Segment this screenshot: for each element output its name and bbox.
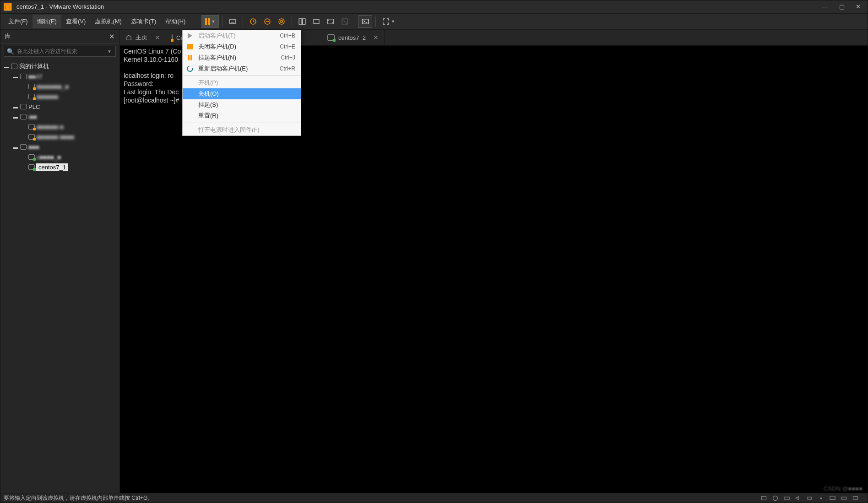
terminal-line: Kernel 3.10.0-1160	[124, 56, 178, 63]
svg-rect-7	[314, 20, 319, 24]
pause-icon	[205, 18, 210, 25]
usb-icon[interactable]	[818, 495, 825, 502]
vm-icon	[28, 134, 35, 140]
menu-tabs[interactable]: 选项卡(T)	[126, 15, 161, 28]
toolbar-separator	[355, 16, 355, 27]
toolbar: ▼	[201, 15, 397, 28]
vm-icon	[28, 94, 35, 99]
close-button[interactable]: ✕	[856, 3, 861, 10]
tree-root-label: 我的计算机	[19, 62, 49, 70]
tree-vm[interactable]: ■■■■■■ ■	[0, 122, 119, 132]
display-icon[interactable]	[829, 495, 836, 502]
tab-vm2[interactable]: centos7_2 ✕	[322, 30, 385, 45]
terminal-line: Password:	[124, 80, 153, 87]
tree-vm[interactable]: ■■■■■■ ■■■■	[0, 132, 119, 142]
collapse-icon[interactable]: ▬	[13, 145, 18, 150]
terminal-line: localhost login: ro	[124, 72, 174, 79]
menu-start-guest[interactable]: 启动客户机(T) Ctrl+B	[183, 30, 301, 41]
send-keys-button[interactable]	[226, 15, 239, 28]
tab-label: centos7_2	[338, 34, 366, 41]
menu-vm[interactable]: 虚拟机(M)	[90, 15, 126, 28]
show-console-button[interactable]	[295, 15, 309, 28]
tree-vm-label: ■■■■■■■_■	[37, 83, 69, 90]
svg-rect-10	[363, 19, 369, 24]
menu-reset[interactable]: 重置(R)	[183, 110, 301, 121]
disk-icon[interactable]	[760, 495, 767, 502]
svg-rect-18	[853, 497, 858, 499]
tree-vm[interactable]: ■■■■■■■_■	[0, 81, 119, 92]
tab-vm1[interactable]: Ce	[166, 30, 184, 45]
menu-view[interactable]: 查看(V)	[61, 15, 90, 28]
menu-suspend[interactable]: 挂起(S)	[183, 99, 301, 110]
snapshot-button[interactable]	[246, 15, 260, 28]
stop-icon	[186, 43, 194, 50]
menu-power-on[interactable]: 开机(P)	[183, 77, 301, 88]
message-icon[interactable]	[852, 495, 859, 502]
main-area: 库 ✕ 🔍 ▼ ▬ 我的计算机 ▬ ■■AT ■■	[0, 30, 868, 493]
terminal-line: CentOS Linux 7 (Co	[124, 48, 181, 55]
watermark: CSDN @■■■■	[824, 485, 863, 492]
tree-folder[interactable]: ▬ i■■	[0, 112, 119, 122]
tab-close-button[interactable]: ✕	[373, 34, 379, 41]
network-icon[interactable]	[783, 495, 790, 502]
tab-close-button[interactable]: ✕	[155, 34, 160, 41]
collapse-icon[interactable]: ▬	[13, 114, 18, 119]
toolbar-separator	[222, 16, 222, 27]
collapse-icon[interactable]: ▬	[13, 104, 18, 109]
play-icon	[186, 32, 194, 39]
chevron-down-icon: ▼	[211, 19, 215, 24]
menu-edit[interactable]: 编辑(E)	[33, 15, 61, 28]
folder-icon	[20, 114, 27, 119]
tree-vm-selected[interactable]: centos7_1	[0, 162, 119, 172]
tree-folder-label: ■■AT	[28, 73, 43, 80]
menu-suspend-guest[interactable]: 挂起客户机(N) Ctrl+J	[183, 52, 301, 63]
menu-close-guest[interactable]: 关闭客户机(D) Ctrl+E	[183, 41, 301, 52]
terminal-line: Last login: Thu Dec	[124, 88, 179, 96]
menu-power-off[interactable]: 关机(O)	[183, 88, 301, 99]
snapshot-manager-button[interactable]	[275, 15, 288, 28]
tree-folder[interactable]: ▬ PLC	[0, 102, 119, 112]
vm-icon	[28, 84, 35, 89]
menubar: 文件(F) 编辑(E) 查看(V) 虚拟机(M) 选项卡(T) 帮助(H) ▼	[0, 14, 868, 30]
vm-icon	[172, 34, 173, 41]
sidebar-search-box[interactable]: 🔍 ▼	[4, 46, 116, 57]
menu-restart-guest[interactable]: 重新启动客户机(E) Ctrl+R	[183, 63, 301, 74]
tree-folder[interactable]: ▬ ■■■	[0, 142, 119, 152]
terminal-line: [root@localhost ~]#	[124, 97, 179, 104]
open-console-button[interactable]	[358, 15, 372, 28]
chevron-down-icon[interactable]: ▼	[105, 46, 114, 56]
unity-button[interactable]	[338, 15, 352, 28]
tree-vm[interactable]: ■■■■■■	[0, 92, 119, 102]
memory-icon[interactable]	[841, 495, 847, 502]
svg-point-4	[281, 21, 283, 23]
collapse-icon[interactable]: ▬	[4, 64, 9, 69]
tree-folder-label: ■■■	[28, 144, 39, 151]
cd-icon[interactable]	[772, 495, 779, 502]
tree-vm-label: centos7_1	[37, 164, 68, 171]
svg-rect-16	[830, 496, 835, 500]
snapshot-revert-button[interactable]	[260, 15, 274, 28]
toolbar-separator	[243, 16, 243, 27]
tab-home[interactable]: 主页 ✕	[120, 30, 166, 45]
tree-vm[interactable]: c■■■■_■	[0, 152, 119, 162]
tree-folder[interactable]: ▬ ■■AT	[0, 71, 119, 81]
thumbnail-button[interactable]	[309, 15, 323, 28]
menu-help[interactable]: 帮助(H)	[161, 15, 190, 28]
fullscreen-button[interactable]: ▼	[379, 15, 397, 28]
tree-root[interactable]: ▬ 我的计算机	[0, 61, 119, 71]
vm-icon	[28, 164, 35, 170]
printer-icon[interactable]	[806, 495, 813, 502]
collapse-icon[interactable]: ▬	[13, 74, 18, 79]
menu-firmware[interactable]: 打开电源时进入固件(F)	[183, 124, 301, 135]
sidebar-title: 库	[5, 32, 109, 41]
power-dropdown-button[interactable]: ▼	[201, 15, 219, 28]
sound-icon[interactable]	[795, 495, 802, 502]
menu-file[interactable]: 文件(F)	[4, 15, 33, 28]
tree-vm-label: ■■■■■■ ■	[37, 124, 64, 130]
search-input[interactable]	[17, 48, 113, 54]
maximize-button[interactable]: ▢	[839, 3, 845, 10]
stretch-button[interactable]	[324, 15, 337, 28]
status-text: 要将输入定向到该虚拟机，请在虚拟机内部单击或按 Ctrl+G。	[4, 494, 153, 502]
sidebar-close-button[interactable]: ✕	[109, 32, 115, 41]
minimize-button[interactable]: —	[822, 3, 828, 10]
